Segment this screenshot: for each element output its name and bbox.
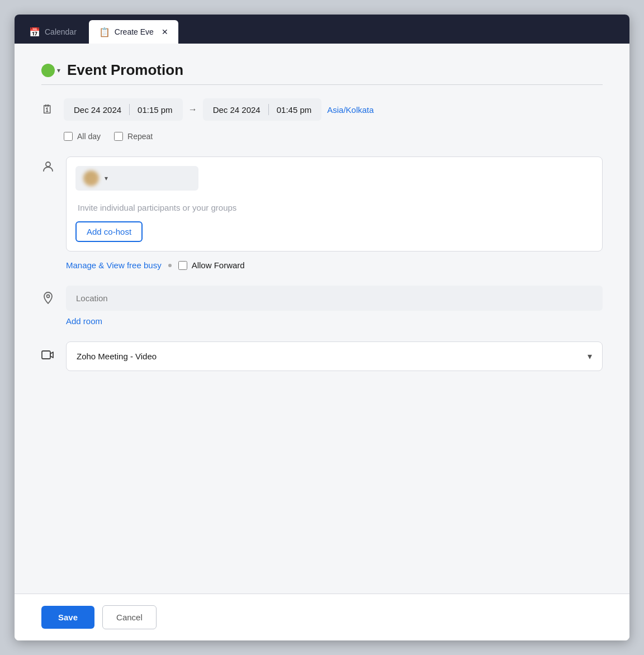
participant-avatar xyxy=(83,170,99,186)
allday-checkbox[interactable] xyxy=(64,132,73,141)
status-chevron-icon[interactable]: ▾ xyxy=(57,67,60,74)
calendar-tab-label: Calendar xyxy=(45,27,77,36)
video-dropdown-chevron-icon: ▾ xyxy=(588,351,592,362)
start-date: Dec 24 2024 xyxy=(74,105,121,115)
participant-dropdown-row: ▾ xyxy=(75,166,593,191)
end-date: Dec 24 2024 xyxy=(213,105,261,115)
repeat-checkbox[interactable] xyxy=(114,132,123,141)
add-cohost-button[interactable]: Add co-host xyxy=(75,221,143,242)
allow-forward-label[interactable]: Allow Forward xyxy=(178,260,245,270)
tab-calendar[interactable]: 📅 Calendar xyxy=(19,20,87,44)
title-bar: 📅 Calendar 📋 Create Eve ✕ xyxy=(15,15,629,44)
video-label: Zoho Meeting - Video xyxy=(77,352,157,361)
end-time: 01:45 pm xyxy=(277,105,312,115)
options-row: All day Repeat xyxy=(64,132,603,141)
main-content: ▾ Event Promotion 🗓 Dec 24 2024 01:15 pm… xyxy=(15,44,629,594)
save-button[interactable]: Save xyxy=(41,606,94,629)
timezone-link[interactable]: Asia/Kolkata xyxy=(327,105,373,115)
dot-separator xyxy=(168,264,172,267)
allow-forward-text: Allow Forward xyxy=(192,260,245,270)
manage-row: Manage & View free busy Allow Forward xyxy=(66,260,603,270)
end-date-pill[interactable]: Dec 24 2024 01:45 pm xyxy=(203,98,322,121)
event-title-row: ▾ Event Promotion xyxy=(41,61,603,79)
tab-create-event[interactable]: 📋 Create Eve ✕ xyxy=(89,20,178,44)
video-dropdown[interactable]: Zoho Meeting - Video ▾ xyxy=(66,341,603,371)
video-section-row: Zoho Meeting - Video ▾ xyxy=(41,341,603,371)
manage-view-free-busy-link[interactable]: Manage & View free busy xyxy=(66,260,162,270)
date-time-divider xyxy=(129,104,130,115)
repeat-checkbox-label[interactable]: Repeat xyxy=(114,132,153,141)
allday-checkbox-label[interactable]: All day xyxy=(64,132,101,141)
start-time: 01:15 pm xyxy=(138,105,173,115)
cancel-button[interactable]: Cancel xyxy=(102,605,157,629)
start-date-pill[interactable]: Dec 24 2024 01:15 pm xyxy=(64,98,183,121)
create-event-tab-icon: 📋 xyxy=(99,27,110,37)
svg-point-0 xyxy=(46,162,50,167)
close-tab-icon[interactable]: ✕ xyxy=(162,27,168,36)
app-window: 📅 Calendar 📋 Create Eve ✕ ▾ Event Promot… xyxy=(15,15,629,640)
date-time-divider-end xyxy=(268,104,269,115)
footer-bar: Save Cancel xyxy=(15,594,629,640)
person-icon xyxy=(41,160,57,177)
status-dot xyxy=(41,64,55,77)
datetime-icon: 🗓 xyxy=(41,102,57,117)
participant-dropdown[interactable]: ▾ xyxy=(75,166,198,191)
datetime-fields: Dec 24 2024 01:15 pm → Dec 24 2024 01:45… xyxy=(64,98,603,121)
create-event-tab-label: Create Eve xyxy=(115,27,154,36)
invite-placeholder[interactable]: Invite individual participants or your g… xyxy=(75,197,593,218)
repeat-label: Repeat xyxy=(127,132,153,141)
calendar-tab-icon: 📅 xyxy=(29,27,40,37)
svg-point-1 xyxy=(47,295,50,298)
location-section-row xyxy=(41,286,603,311)
event-title: Event Promotion xyxy=(67,61,183,79)
allow-forward-checkbox[interactable] xyxy=(178,261,187,270)
location-input[interactable] xyxy=(66,286,603,311)
participants-section-row: ▾ Invite individual participants or your… xyxy=(41,156,603,251)
svg-rect-2 xyxy=(42,351,50,359)
datetime-row: 🗓 Dec 24 2024 01:15 pm → Dec 24 2024 01:… xyxy=(41,98,603,121)
participant-dropdown-chevron-icon: ▾ xyxy=(105,174,108,182)
video-icon xyxy=(41,349,57,363)
arrow-between-icon: → xyxy=(188,105,197,115)
location-icon xyxy=(41,291,57,308)
status-dot-container[interactable]: ▾ xyxy=(41,64,60,77)
participants-box: ▾ Invite individual participants or your… xyxy=(66,156,603,251)
title-divider xyxy=(41,84,603,85)
add-room-link[interactable]: Add room xyxy=(66,316,603,326)
allday-label: All day xyxy=(77,132,101,141)
